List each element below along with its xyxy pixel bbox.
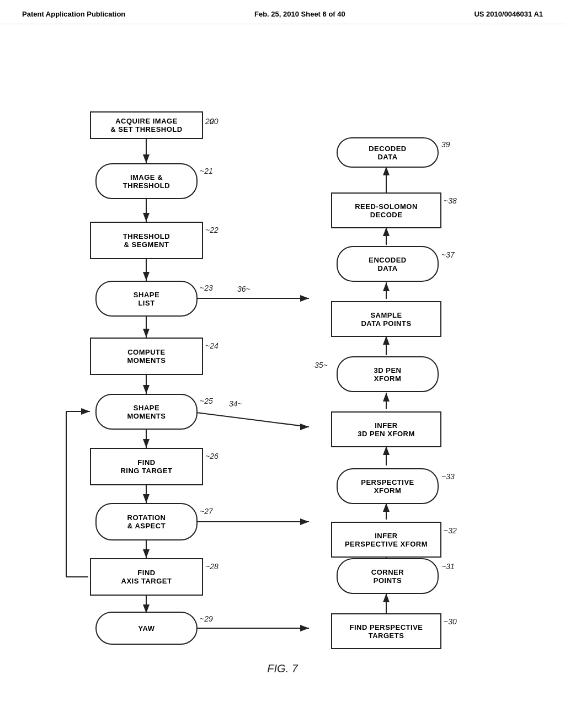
header-middle: Feb. 25, 2010 Sheet 6 of 40: [254, 10, 345, 18]
label-26: ~26: [205, 452, 218, 461]
label-30: ~30: [444, 617, 457, 626]
header-left: Patent Application Publication: [22, 10, 125, 18]
label-21: ~21: [200, 167, 213, 175]
node-32: INFER PERSPECTIVE XFORM: [331, 522, 441, 558]
label-38: ~38: [444, 196, 457, 205]
node-30: FIND PERSPECTIVE TARGETS: [331, 613, 441, 649]
label-23: ~23: [200, 283, 213, 292]
node-38: REED-SOLOMON DECODE: [331, 192, 441, 228]
label-34-arrow: 34~: [229, 399, 242, 408]
figure-caption: FIG. 7: [267, 662, 298, 675]
label-29: ~29: [200, 614, 213, 623]
node-33: PERSPECTIVE XFORM: [337, 468, 439, 504]
node-34: INFER 3D PEN XFORM: [331, 411, 441, 447]
node-25: SHAPE MOMENTS: [95, 394, 198, 430]
node-23: SHAPE LIST: [95, 281, 198, 317]
label-25: ~25: [200, 397, 213, 405]
node-28: FIND AXIS TARGET: [90, 558, 203, 596]
header-right: US 2010/0046031 A1: [474, 10, 543, 18]
node-29: YAW: [95, 612, 198, 645]
node-39: DECODED DATA: [337, 137, 439, 168]
label-28: ~28: [205, 562, 218, 571]
label-39: 39: [441, 140, 450, 149]
label-31: ~31: [441, 562, 455, 571]
node-27: ROTATION & ASPECT: [95, 503, 198, 540]
node-37: ENCODED DATA: [337, 246, 439, 282]
node-24: COMPUTE MOMENTS: [90, 338, 203, 375]
label-22: ~22: [205, 226, 218, 234]
arrows-svg: [0, 30, 565, 692]
label-20b: 20: [210, 117, 218, 126]
svg-line-21: [188, 411, 309, 427]
node-20: ACQUIRE IMAGE & SET THRESHOLD: [90, 111, 203, 139]
node-31: CORNER POINTS: [337, 558, 439, 594]
diagram-area: ACQUIRE IMAGE & SET THRESHOLD 20 20 IMAG…: [0, 30, 565, 692]
node-36: SAMPLE DATA POINTS: [331, 301, 441, 337]
label-27: ~27: [200, 507, 213, 516]
label-32: ~32: [444, 526, 457, 535]
label-36-arrow: 36~: [237, 285, 250, 293]
node-22: THRESHOLD & SEGMENT: [90, 222, 203, 259]
label-35: 35~: [315, 361, 328, 370]
label-33: ~33: [441, 472, 455, 481]
label-37: ~37: [441, 250, 455, 259]
node-21: IMAGE & THRESHOLD: [95, 163, 198, 199]
node-35: 3D PEN XFORM: [337, 356, 439, 392]
node-26: FIND RING TARGET: [90, 448, 203, 485]
page-header: Patent Application Publication Feb. 25, …: [0, 0, 565, 24]
label-24: ~24: [205, 341, 218, 350]
